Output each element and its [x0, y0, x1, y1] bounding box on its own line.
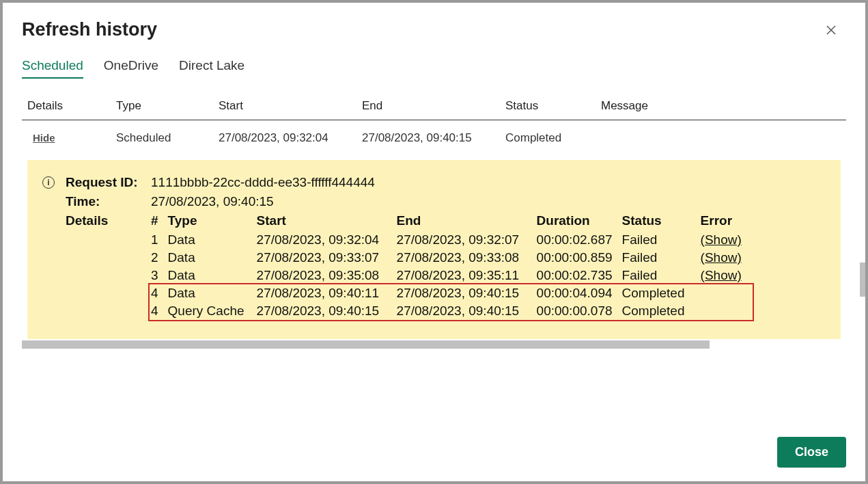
close-button[interactable]: Close [777, 437, 846, 468]
col-type: Type [111, 94, 213, 120]
col-end: End [356, 94, 500, 120]
dh-status: Status [622, 213, 701, 231]
time-value: 27/08/2023, 09:40:15 [151, 194, 824, 209]
cell-start: 27/08/2023, 09:40:11 [257, 284, 397, 302]
title-row: Refresh history [22, 19, 846, 40]
cell-error [701, 284, 751, 302]
cell-num: 4 [151, 302, 168, 320]
close-icon[interactable] [823, 22, 839, 38]
dh-error: Error [701, 213, 751, 231]
show-error-link[interactable]: (Show) [701, 268, 742, 282]
dh-type: Type [168, 213, 257, 231]
dh-num: # [151, 213, 168, 231]
cell-type: Data [168, 284, 257, 302]
cell-error[interactable]: (Show) [701, 267, 751, 284]
cell-status: Completed [622, 302, 701, 320]
tabs: Scheduled OneDrive Direct Lake [22, 55, 846, 79]
table-header-row: Details Type Start End Status Message [22, 94, 846, 120]
row-start: 27/08/2023, 09:32:04 [213, 120, 356, 157]
history-table: Details Type Start End Status Message Hi… [22, 94, 846, 156]
content-area: Details Type Start End Status Message Hi… [22, 94, 846, 349]
cell-num: 2 [151, 249, 168, 267]
detail-table: # Type Start End Duration Status Error 1… [151, 213, 751, 320]
col-message: Message [596, 94, 846, 120]
table-row: Hide Scheduled 27/08/2023, 09:32:04 27/0… [22, 120, 846, 157]
cell-end: 27/08/2023, 09:33:08 [397, 249, 537, 267]
cell-type: Data [168, 267, 257, 284]
meta-grid: Request ID: 1111bbbb-22cc-dddd-ee33-ffff… [66, 175, 824, 320]
detail-row: 3Data27/08/2023, 09:35:0827/08/2023, 09:… [151, 267, 751, 284]
detail-row: 1Data27/08/2023, 09:32:0427/08/2023, 09:… [151, 231, 751, 249]
cell-type: Query Cache [168, 302, 257, 320]
cell-start: 27/08/2023, 09:33:07 [257, 249, 397, 267]
col-start: Start [213, 94, 356, 120]
cell-duration: 00:00:02.687 [537, 231, 622, 249]
cell-end: 27/08/2023, 09:40:15 [397, 284, 537, 302]
cell-duration: 00:00:00.859 [537, 249, 622, 267]
show-error-link[interactable]: (Show) [701, 250, 742, 265]
show-error-link[interactable]: (Show) [701, 232, 742, 247]
cell-type: Data [168, 249, 257, 267]
details-label: Details [66, 213, 151, 320]
cell-end: 27/08/2023, 09:40:15 [397, 302, 537, 320]
dh-start: Start [257, 213, 397, 231]
details-panel: i Request ID: 1111bbbb-22cc-dddd-ee33-ff… [27, 160, 841, 339]
cell-start: 27/08/2023, 09:35:08 [257, 267, 397, 284]
cell-end: 27/08/2023, 09:32:07 [397, 231, 537, 249]
cell-num: 1 [151, 231, 168, 249]
row-end: 27/08/2023, 09:40:15 [356, 120, 500, 157]
cell-error[interactable]: (Show) [701, 249, 751, 267]
details-wrap: # Type Start End Duration Status Error 1… [151, 213, 824, 320]
refresh-history-dialog: Refresh history Scheduled OneDrive Direc… [3, 3, 865, 481]
cell-status: Failed [622, 249, 701, 267]
info-icon: i [42, 176, 55, 189]
detail-row: 4Query Cache27/08/2023, 09:40:1527/08/20… [151, 302, 751, 320]
dh-duration: Duration [537, 213, 622, 231]
dialog-footer: Close [22, 425, 846, 468]
time-label: Time: [66, 194, 151, 209]
hide-link[interactable]: Hide [27, 132, 55, 144]
tab-direct-lake[interactable]: Direct Lake [179, 55, 244, 79]
request-id-value: 1111bbbb-22cc-dddd-ee33-ffffff444444 [151, 175, 824, 190]
cell-status: Failed [622, 231, 701, 249]
detail-header-row: # Type Start End Duration Status Error [151, 213, 751, 231]
col-details: Details [22, 94, 111, 120]
dh-end: End [397, 213, 537, 231]
cell-num: 4 [151, 284, 168, 302]
cell-start: 27/08/2023, 09:32:04 [257, 231, 397, 249]
cell-error[interactable]: (Show) [701, 231, 751, 249]
cell-end: 27/08/2023, 09:35:11 [397, 267, 537, 284]
tab-scheduled[interactable]: Scheduled [22, 55, 83, 79]
detail-row: 2Data27/08/2023, 09:33:0727/08/2023, 09:… [151, 249, 751, 267]
tab-onedrive[interactable]: OneDrive [104, 55, 158, 79]
cell-error [701, 302, 751, 320]
cell-duration: 00:00:02.735 [537, 267, 622, 284]
request-id-label: Request ID: [66, 175, 151, 190]
col-status: Status [500, 94, 596, 120]
row-message [596, 120, 846, 157]
cell-num: 3 [151, 267, 168, 284]
cell-start: 27/08/2023, 09:40:15 [257, 302, 397, 320]
cell-duration: 00:00:04.094 [537, 284, 622, 302]
horizontal-scrollbar[interactable] [22, 340, 710, 349]
vertical-scrollbar[interactable] [860, 263, 865, 297]
row-type: Scheduled [111, 120, 213, 157]
detail-row: 4Data27/08/2023, 09:40:1127/08/2023, 09:… [151, 284, 751, 302]
row-status: Completed [500, 120, 596, 157]
cell-duration: 00:00:00.078 [537, 302, 622, 320]
cell-status: Completed [622, 284, 701, 302]
dialog-title: Refresh history [22, 19, 157, 40]
cell-status: Failed [622, 267, 701, 284]
cell-type: Data [168, 231, 257, 249]
